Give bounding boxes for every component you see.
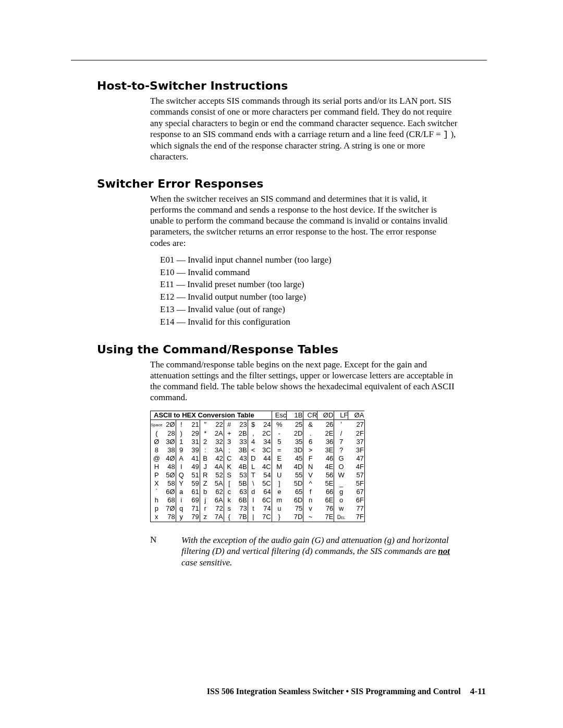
ascii-cell-hex: 6E [317,496,334,504]
ascii-cell-char: v [303,504,317,513]
ascii-cell-hex: 2D [287,429,303,438]
ascii-cell-hex: 73 [235,504,248,513]
ascii-cell-hex: 5E [317,479,334,488]
ascii-cell-char: b [200,488,211,496]
ascii-cell-hex: 6F [348,496,365,504]
ascii-table-title: ASCII to HEX Conversion Table [151,411,272,419]
ascii-cell-char: 9 [176,446,187,454]
ascii-cell-hex: 51 [187,471,200,479]
ascii-cell-char: E [272,454,287,463]
ascii-cell-hex: 71 [187,504,200,513]
ascii-cell-char: ! [176,419,187,429]
ascii-cell-hex: 3E [317,446,334,454]
ascii-cell-char: > [303,446,317,454]
ascii-cell-char: / [334,429,348,438]
ascii-cell-char: Q [176,471,187,479]
ascii-hex-table-zone: ASCII to HEX Conversion TableEsc1BCRØDLF… [150,411,459,524]
ascii-cell-hex: 4D [287,463,303,471]
ascii-cell-hex: 48 [163,463,176,471]
ascii-cell-char: D [248,454,259,463]
ascii-cell-char: } [272,513,287,522]
ascii-cell-hex: 4F [348,463,365,471]
ascii-cell-hex: 21 [187,419,200,429]
ascii-cell-hex: 5F [348,479,365,488]
ascii-cell-char: - [272,429,287,438]
page-footer: ISS 506 Integration Seamless Switcher • … [0,686,486,697]
ascii-cell-char: X [151,479,163,488]
ascii-cell-hex: 69 [187,496,200,504]
ascii-cell-hex: 72 [211,504,224,513]
ascii-cell-hex: 7E [317,513,334,522]
heading-error-responses: Switcher Error Responses [97,177,459,190]
paragraph-host-intro: The switcher accepts SIS commands throug… [150,95,459,163]
ascii-cell-char: o [334,496,348,504]
ascii-cell-hex: 5C [259,479,272,488]
ascii-cell-hex: 67 [348,488,365,496]
ascii-cell-char: # [224,419,235,429]
ascii-cell-hex: 6Ø [163,488,176,496]
ascii-cell-hex: 54 [259,471,272,479]
ascii-cell-hex: 7D [287,513,303,522]
ascii-cell-hex: 31 [187,438,200,446]
ascii-cell-char: : [200,446,211,454]
ascii-cell-hex: 5D [287,479,303,488]
ascii-cell-hex: 6C [259,496,272,504]
ascii-cell-char: @ [151,454,163,463]
ascii-cell-char: U [272,471,287,479]
ascii-header-hex: 1B [287,411,303,419]
note-not: not [438,546,450,556]
ascii-cell-char: 4 [248,438,259,446]
ascii-cell-char: ` [151,488,163,496]
ascii-cell-char: M [272,463,287,471]
ascii-cell-hex: 36 [317,438,334,446]
ascii-cell-hex: 5Ø [163,471,176,479]
ascii-cell-char: I [176,463,187,471]
ascii-cell-char: Z [200,479,211,488]
ascii-cell-hex: 79 [187,513,200,522]
note-text-b: case sensitive. [181,558,232,567]
ascii-cell-char: H [151,463,163,471]
ascii-cell-hex: 46 [317,454,334,463]
ascii-cell-hex: 2Ø [163,419,176,429]
ascii-cell-char: \ [248,479,259,488]
ascii-cell-hex: 62 [211,488,224,496]
ascii-cell-char: 8 [151,446,163,454]
error-code-item: E10 — Invalid command [160,266,459,279]
ascii-cell-hex: 56 [317,471,334,479]
ascii-cell-char: n [303,496,317,504]
ascii-cell-char: A [176,454,187,463]
note-label: N [150,535,181,545]
ascii-cell-char: Y [176,479,187,488]
ascii-cell-hex: 4B [235,463,248,471]
heading-host-to-switcher: Host-to-Switcher Instructions [97,79,459,92]
ascii-cell-hex: 43 [235,454,248,463]
ascii-cell-char: h [151,496,163,504]
ascii-header-ch: CR [303,411,317,419]
ascii-cell-hex: 6B [235,496,248,504]
ascii-cell-char: ( [151,429,163,438]
ascii-cell-char: w [334,504,348,513]
ascii-cell-char: e [272,488,287,496]
ascii-cell-char: s [224,504,235,513]
ascii-cell-hex: 7Ø [163,504,176,513]
ascii-cell-char: t [248,504,259,513]
p2-text: When the switcher receives an SIS comman… [150,194,447,248]
ascii-cell-char: < [248,446,259,454]
ascii-cell-char: = [272,446,287,454]
ascii-cell-hex: 7B [235,513,248,522]
ascii-cell-hex: 32 [211,438,224,446]
ascii-cell-hex: 24 [259,419,272,429]
ascii-cell-char: y [176,513,187,522]
ascii-cell-hex: 25 [287,419,303,429]
ascii-cell-hex: 65 [287,488,303,496]
ascii-cell-hex: 3D [287,446,303,454]
ascii-cell-char: " [200,419,211,429]
ascii-cell-char: ? [334,446,348,454]
ascii-cell-hex: 52 [211,471,224,479]
ascii-cell-hex: 33 [235,438,248,446]
ascii-cell-char: G [334,454,348,463]
ascii-cell-char: 3 [224,438,235,446]
ascii-cell-hex: 39 [187,446,200,454]
ascii-cell-char: q [176,504,187,513]
ascii-cell-char: Del [334,513,348,522]
